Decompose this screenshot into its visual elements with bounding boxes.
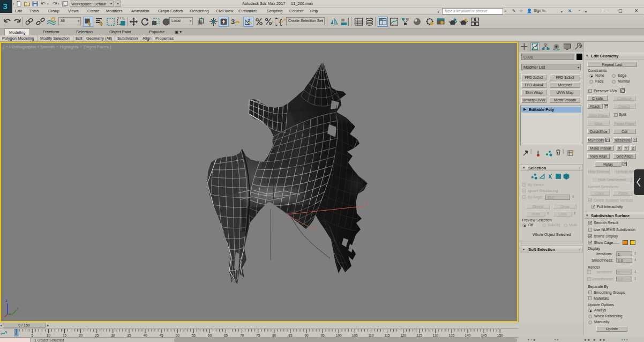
svg-text:125: 125: [416, 333, 422, 337]
svg-text:105: 105: [352, 333, 358, 337]
svg-text:25: 25: [95, 333, 99, 337]
svg-text:110: 110: [368, 333, 374, 337]
svg-text:10: 10: [47, 333, 51, 337]
svg-text:x: x: [9, 312, 11, 316]
svg-text:55: 55: [192, 333, 196, 337]
svg-text:140: 140: [465, 333, 471, 337]
svg-text:3: 3: [231, 18, 235, 26]
svg-text:145: 145: [481, 333, 487, 337]
svg-text:85: 85: [288, 333, 293, 337]
svg-text:45: 45: [159, 333, 163, 337]
svg-text:60: 60: [208, 333, 212, 337]
svg-text:70: 70: [240, 333, 244, 337]
svg-text:35: 35: [127, 333, 131, 337]
svg-text:115: 115: [384, 333, 390, 337]
svg-text:65: 65: [224, 333, 228, 337]
svg-text:3: 3: [3, 2, 8, 11]
svg-text:15: 15: [63, 333, 67, 337]
svg-text:90: 90: [304, 333, 309, 337]
svg-text:30: 30: [111, 333, 115, 337]
svg-text:120: 120: [400, 333, 406, 337]
svg-text:5: 5: [31, 333, 33, 337]
svg-text:80: 80: [272, 333, 276, 337]
svg-text:135: 135: [448, 333, 454, 337]
svg-text:100: 100: [336, 333, 342, 337]
svg-text:U: U: [366, 202, 369, 205]
svg-text:40: 40: [143, 333, 147, 337]
svg-text:z: z: [5, 298, 8, 303]
svg-text:t: t: [1, 332, 2, 335]
svg-text:y: y: [17, 306, 19, 310]
svg-text:50: 50: [176, 333, 180, 337]
svg-text:130: 130: [432, 333, 438, 337]
svg-text:150: 150: [497, 333, 503, 337]
svg-text:75: 75: [256, 333, 260, 337]
svg-text:20: 20: [79, 333, 83, 337]
svg-text:95: 95: [320, 333, 325, 337]
